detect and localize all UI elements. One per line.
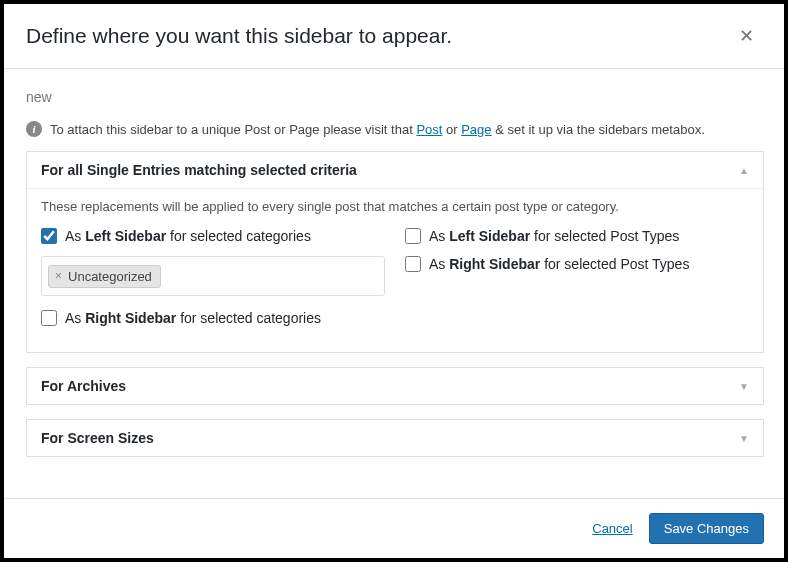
opt-left-sidebar-post-types[interactable]: As Left Sidebar for selected Post Types <box>405 228 749 244</box>
modal-footer: Cancel Save Changes <box>4 498 784 558</box>
panel-archives-title: For Archives <box>41 378 126 394</box>
close-icon: ✕ <box>739 25 754 47</box>
tag-label: Uncategorized <box>68 269 152 284</box>
opt-left-cat-label: As Left Sidebar for selected categories <box>65 228 311 244</box>
save-button[interactable]: Save Changes <box>649 513 764 544</box>
chevron-down-icon: ▼ <box>739 433 749 444</box>
opt-right-sidebar-post-types[interactable]: As Right Sidebar for selected Post Types <box>405 256 749 272</box>
checkbox-right-cat[interactable] <box>41 310 57 326</box>
modal-dialog: Define where you want this sidebar to ap… <box>0 0 788 562</box>
col-post-types: As Left Sidebar for selected Post Types … <box>405 228 749 338</box>
checkbox-right-pt[interactable] <box>405 256 421 272</box>
panel-single-body: These replacements will be applied to ev… <box>27 188 763 352</box>
panel-screens-header[interactable]: For Screen Sizes ▼ <box>27 420 763 456</box>
link-post[interactable]: Post <box>416 122 442 137</box>
tag-remove-icon[interactable]: × <box>53 269 64 283</box>
chevron-down-icon: ▼ <box>739 381 749 392</box>
category-tag-input[interactable]: × Uncategorized <box>41 256 385 296</box>
panel-single-header[interactable]: For all Single Entries matching selected… <box>27 152 763 188</box>
modal-title: Define where you want this sidebar to ap… <box>26 24 452 48</box>
opt-left-pt-label: As Left Sidebar for selected Post Types <box>429 228 679 244</box>
panel-archives: For Archives ▼ <box>26 367 764 405</box>
link-page[interactable]: Page <box>461 122 491 137</box>
sidebar-name: new <box>26 89 764 105</box>
modal-body: new i To attach this sidebar to a unique… <box>4 69 784 498</box>
opt-right-cat-label: As Right Sidebar for selected categories <box>65 310 321 326</box>
panel-single-desc: These replacements will be applied to ev… <box>41 199 749 214</box>
col-categories: As Left Sidebar for selected categories … <box>41 228 385 338</box>
cancel-button[interactable]: Cancel <box>592 521 632 536</box>
info-suffix: & set it up via the sidebars metabox. <box>492 122 705 137</box>
info-prefix: To attach this sidebar to a unique Post … <box>50 122 416 137</box>
panel-single-title: For all Single Entries matching selected… <box>41 162 357 178</box>
opt-right-pt-label: As Right Sidebar for selected Post Types <box>429 256 689 272</box>
checkbox-left-pt[interactable] <box>405 228 421 244</box>
panel-archives-header[interactable]: For Archives ▼ <box>27 368 763 404</box>
modal-header: Define where you want this sidebar to ap… <box>4 4 784 69</box>
opt-right-sidebar-categories[interactable]: As Right Sidebar for selected categories <box>41 310 385 326</box>
opt-left-sidebar-categories[interactable]: As Left Sidebar for selected categories <box>41 228 385 244</box>
tag-uncategorized: × Uncategorized <box>48 265 161 288</box>
chevron-up-icon: ▲ <box>739 165 749 176</box>
info-row: i To attach this sidebar to a unique Pos… <box>26 121 764 137</box>
close-button[interactable]: ✕ <box>728 18 764 54</box>
panel-screens-title: For Screen Sizes <box>41 430 154 446</box>
info-icon: i <box>26 121 42 137</box>
panel-single-entries: For all Single Entries matching selected… <box>26 151 764 353</box>
panel-screen-sizes: For Screen Sizes ▼ <box>26 419 764 457</box>
checkbox-left-cat[interactable] <box>41 228 57 244</box>
info-or: or <box>442 122 461 137</box>
info-text: To attach this sidebar to a unique Post … <box>50 122 705 137</box>
